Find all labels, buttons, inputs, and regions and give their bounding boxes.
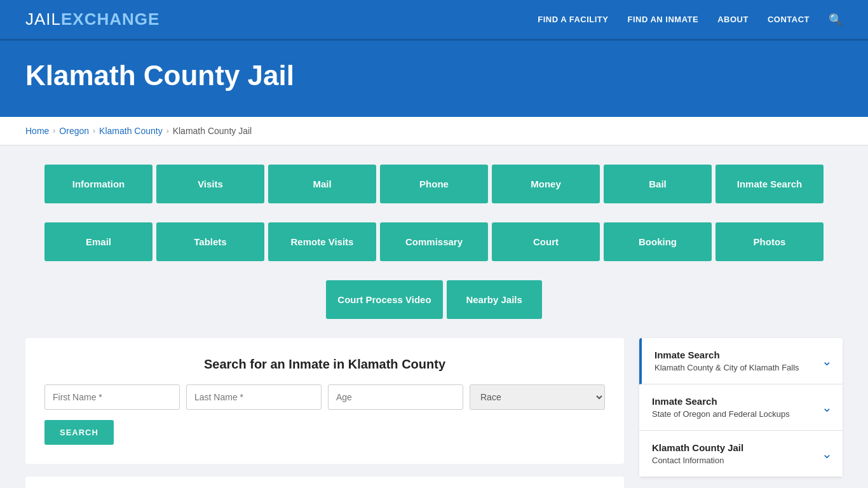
nav-find-facility[interactable]: FIND A FACILITY (538, 15, 608, 24)
btn-phone[interactable]: Phone (380, 165, 488, 203)
btn-bail[interactable]: Bail (604, 165, 712, 203)
logo-part1: JAIL (25, 10, 61, 29)
race-select[interactable]: Race White Black Hispanic Asian Other (470, 384, 605, 410)
button-grid-row2: Email Tablets Remote Visits Commissary C… (25, 222, 843, 261)
age-input[interactable] (328, 384, 463, 410)
breadcrumb-klamath-county[interactable]: Klamath County (99, 126, 163, 136)
main-nav: FIND A FACILITY FIND AN INMATE ABOUT CON… (538, 13, 843, 27)
btn-visits[interactable]: Visits (156, 165, 264, 203)
chevron-down-icon-2: ⌄ (822, 400, 832, 415)
btn-remote-visits[interactable]: Remote Visits (268, 222, 376, 261)
chevron-down-icon-3: ⌄ (822, 446, 832, 461)
search-inputs: Race White Black Hispanic Asian Other (44, 384, 605, 410)
hero-section: Klamath County Jail (0, 41, 868, 117)
sidebar-item-oregon[interactable]: Inmate Search State of Oregon and Federa… (639, 384, 843, 431)
breadcrumb-sep-2: › (93, 126, 95, 135)
sidebar-item-contact-text: Klamath County Jail Contact Information (652, 442, 743, 465)
breadcrumb-current: Klamath County Jail (173, 126, 252, 136)
search-button[interactable]: SEARCH (44, 420, 114, 445)
nav-find-inmate[interactable]: FIND AN INMATE (627, 15, 698, 24)
btn-court-process-video[interactable]: Court Process Video (326, 280, 442, 319)
btn-email[interactable]: Email (44, 222, 153, 261)
sidebar-item-contact[interactable]: Klamath County Jail Contact Information … (639, 431, 843, 477)
left-column: Search for an Inmate in Klamath County R… (25, 338, 624, 488)
first-name-input[interactable] (44, 384, 180, 410)
sidebar-item-klamath-sub: Klamath County & City of Klamath Falls (654, 363, 799, 372)
btn-inmate-search[interactable]: Inmate Search (715, 165, 824, 203)
btn-commissary[interactable]: Commissary (380, 222, 488, 261)
btn-information[interactable]: Information (44, 165, 153, 203)
nav-about[interactable]: ABOUT (717, 15, 749, 24)
sidebar-item-klamath[interactable]: Inmate Search Klamath County & City of K… (639, 338, 843, 384)
btn-money[interactable]: Money (492, 165, 600, 203)
breadcrumb-oregon[interactable]: Oregon (59, 126, 89, 136)
btn-photos[interactable]: Photos (715, 222, 824, 261)
btn-mail[interactable]: Mail (268, 165, 376, 203)
button-grid-row3: Court Process Video Nearby Jails (25, 280, 843, 319)
btn-booking[interactable]: Booking (604, 222, 712, 261)
sidebar-item-contact-sub: Contact Information (652, 456, 743, 465)
search-panel: Search for an Inmate in Klamath County R… (25, 338, 624, 464)
info-section: Klamath County Jail Information (25, 477, 624, 488)
breadcrumb: Home › Oregon › Klamath County › Klamath… (0, 117, 868, 146)
logo-part2: EXCHANGE (61, 10, 159, 29)
sidebar-item-klamath-title: Inmate Search (654, 349, 799, 360)
sidebar-item-contact-title: Klamath County Jail (652, 442, 743, 453)
sidebar-item-klamath-text: Inmate Search Klamath County & City of K… (654, 349, 799, 372)
sidebar-item-oregon-text: Inmate Search State of Oregon and Federa… (652, 396, 790, 419)
button-grid-row1: Information Visits Mail Phone Money Bail… (25, 165, 843, 203)
page-title: Klamath County Jail (25, 60, 843, 92)
btn-court[interactable]: Court (492, 222, 600, 261)
sidebar-item-oregon-sub: State of Oregon and Federal Lockups (652, 409, 790, 419)
main-content: Information Visits Mail Phone Money Bail… (0, 146, 868, 488)
site-header: JAILEXCHANGE FIND A FACILITY FIND AN INM… (0, 0, 868, 41)
content-area: Search for an Inmate in Klamath County R… (25, 338, 843, 488)
search-icon[interactable]: 🔍 (829, 13, 843, 27)
breadcrumb-home[interactable]: Home (25, 126, 49, 136)
sidebar-panel: Inmate Search Klamath County & City of K… (639, 338, 843, 477)
btn-tablets[interactable]: Tablets (156, 222, 264, 261)
search-heading: Search for an Inmate in Klamath County (44, 357, 605, 372)
nav-contact[interactable]: CONTACT (768, 15, 810, 24)
site-logo[interactable]: JAILEXCHANGE (25, 10, 159, 29)
last-name-input[interactable] (186, 384, 322, 410)
chevron-down-icon: ⌄ (822, 353, 832, 369)
btn-nearby-jails[interactable]: Nearby Jails (447, 280, 542, 319)
sidebar-item-oregon-title: Inmate Search (652, 396, 790, 407)
breadcrumb-sep-3: › (166, 126, 169, 135)
breadcrumb-sep-1: › (53, 126, 55, 135)
